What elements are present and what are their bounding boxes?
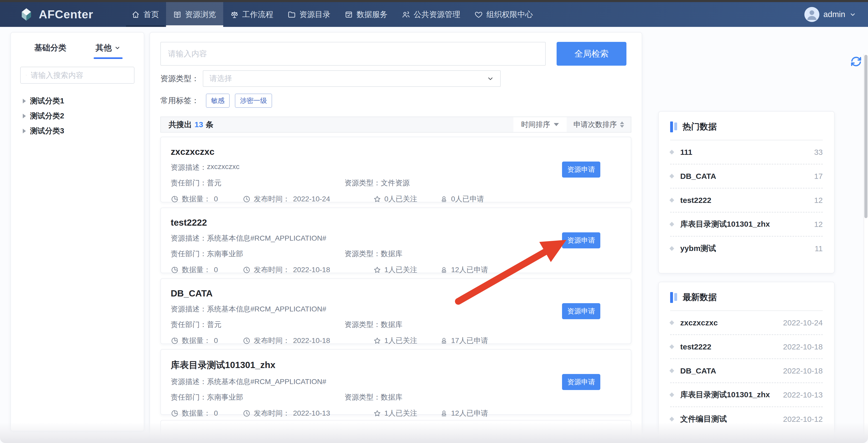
hot-data-item[interactable]: test2222 12 [670,189,823,212]
user-menu[interactable]: admin [804,2,868,27]
brand: AFCenter [0,2,93,27]
nav-item-home[interactable]: 首页 [124,2,166,27]
tree-item[interactable]: 测试分类3 [23,124,144,139]
sidebar-search-input[interactable] [30,71,129,80]
clock-icon [243,409,251,417]
resource-apply-button[interactable]: 资源申请 [562,162,600,177]
latest-data-item[interactable]: 库表目录测试101301_zhx 2022-10-13 [670,383,823,407]
resource-apply-button[interactable]: 资源申请 [562,374,600,390]
bar-chart-icon [670,292,677,303]
scrollbar-track[interactable] [864,54,868,443]
tree-item[interactable]: 测试分类1 [23,94,144,108]
keyword-input[interactable] [160,42,546,66]
hot-data-header: 热门数据 [670,121,823,133]
star-icon [373,195,381,203]
resource-apply-button[interactable]: 资源申请 [562,303,600,319]
latest-data-panel: 最新数据 zxczxczxc 2022-10-24 test2 [658,282,835,443]
diamond-bullet-icon [669,222,674,227]
apply-count: 12人已申请 [440,408,488,418]
nav-item-resource-catalog[interactable]: 资源目录 [280,2,338,27]
nav-item-workflow[interactable]: 工作流程 [223,2,280,27]
diamond-bullet-icon [669,368,674,373]
caret-right-icon [23,114,26,118]
nav-item-resource-browse[interactable]: 资源浏览 [166,2,223,27]
tab-basic-category[interactable]: 基础分类 [34,42,66,59]
hot-data-list: 111 33 DB_CATA 17 test2222 [670,140,823,261]
sort-by-apply-count[interactable]: 申请次数排序 [567,117,631,132]
resource-desc-line: 资源描述： zxczxczxc [171,163,621,172]
star-icon [373,337,381,345]
apply-count: 17人已申请 [440,336,488,346]
user-name: admin [824,10,845,19]
resource-type-label: 资源类型： [160,73,199,84]
nav-item-data-service[interactable]: 数据服务 [338,2,395,27]
pie-chart-icon [171,409,179,417]
common-tags-label: 常用标签： [160,95,199,106]
pie-chart-icon [171,337,179,345]
hot-data-item[interactable]: 库表目录测试101301_zhx 12 [670,212,823,237]
common-tags-row: 常用标签： 敏感 涉密一级 [160,94,631,108]
nav-menu: 首页 资源浏览 工作流程 资源目录 数据服务 [124,2,540,27]
layout: 基础分类 其他 测试分类1 [0,27,868,443]
follow-count: 1人已关注 [373,408,440,418]
clock-icon [243,195,251,203]
resource-title[interactable]: 库表目录测试101301_zhx [171,359,621,371]
resource-type: 资源类型：文件资源 [344,178,410,188]
resource-apply-button[interactable]: 资源申请 [562,232,600,248]
star-icon [373,266,381,274]
user-avatar [804,7,819,22]
resource-desc-line: 资源描述： 系统基本信息#RCM_APPLICATION# [171,233,621,243]
resource-dept-type-line: 责任部门：普元 资源类型：文件资源 [171,178,621,188]
diamond-bullet-icon [669,198,674,202]
hot-data-item[interactable]: DB_CATA 17 [670,164,823,189]
caret-right-icon [23,99,26,103]
sidebar-search-box[interactable] [20,67,134,84]
latest-data-item[interactable]: zxczxczxc 2022-10-24 [670,311,823,335]
tree-item[interactable]: 测试分类2 [23,108,144,124]
chevron-down-icon [114,45,121,51]
latest-data-item[interactable]: DB_CATA 2022-10-18 [670,359,823,383]
result-count: 13 [194,120,203,129]
pie-chart-icon [171,266,179,274]
hot-data-item[interactable]: 111 33 [670,140,823,164]
latest-data-item[interactable]: 文件编目测试 2022-10-12 [670,407,823,431]
sort-by-time-dropdown[interactable]: 时间排序 [514,117,567,132]
tag-button[interactable]: 涉密一级 [235,94,272,108]
hot-data-item[interactable]: yybm测试 11 [670,237,823,261]
hot-data-panel: 热门数据 111 33 DB_CATA [658,111,835,273]
latest-data-list: zxczxczxc 2022-10-24 test2222 2022-10-18 [670,311,823,431]
global-search-button[interactable]: 全局检索 [557,42,626,66]
resource-dept-type-line: 责任部门：东南事业部 资源类型：数据库 [171,249,621,259]
main-panel: 全局检索 资源类型： 请选择 常用标签： 敏感 涉密一 [150,32,642,443]
clock-icon [243,337,251,345]
resource-title[interactable]: test2222 [171,217,621,228]
scales-icon [230,10,239,19]
resource-dept: 责任部门：东南事业部 [171,249,344,259]
chevron-down-icon [849,11,856,18]
tab-other[interactable]: 其他 [96,42,121,59]
scrollbar-thumb[interactable] [864,55,867,218]
latest-data-item[interactable]: test2222 2022-10-18 [670,335,823,359]
category-tree: 测试分类1 测试分类2 测试分类3 [23,94,144,139]
window-top-strip [0,0,868,2]
refresh-icon[interactable] [850,55,862,68]
resource-dept-type-line: 责任部门：东南事业部 资源类型：数据库 [171,393,621,402]
resource-meta-row: 数据量：0 发布时间：2022-10-18 1人已关注 [171,336,621,346]
tag-button[interactable]: 敏感 [206,94,230,108]
resource-title[interactable]: zxczxczxc [171,146,621,157]
resource-type: 资源类型：数据库 [344,320,402,330]
global-search-row: 全局检索 [160,42,631,66]
person-stamp-icon [440,337,448,345]
apply-count: 0人已申请 [440,194,484,204]
diamond-bullet-icon [669,344,674,349]
nav-item-org-permission[interactable]: 组织权限中心 [467,2,540,27]
results-header: 共搜出 13 条 时间排序 申请次数排序 [160,116,631,133]
person-stamp-icon [440,266,448,274]
diamond-bullet-icon [669,393,674,397]
nav-item-public-resource[interactable]: 公共资源管理 [395,2,467,27]
resource-meta-row: 数据量：0 发布时间：2022-10-24 0人已关注 [171,194,621,204]
diamond-bullet-icon [669,174,674,178]
diamond-bullet-icon [669,150,674,154]
resource-type-select[interactable]: 请选择 [203,70,501,87]
resource-title[interactable]: DB_CATA [171,288,621,299]
